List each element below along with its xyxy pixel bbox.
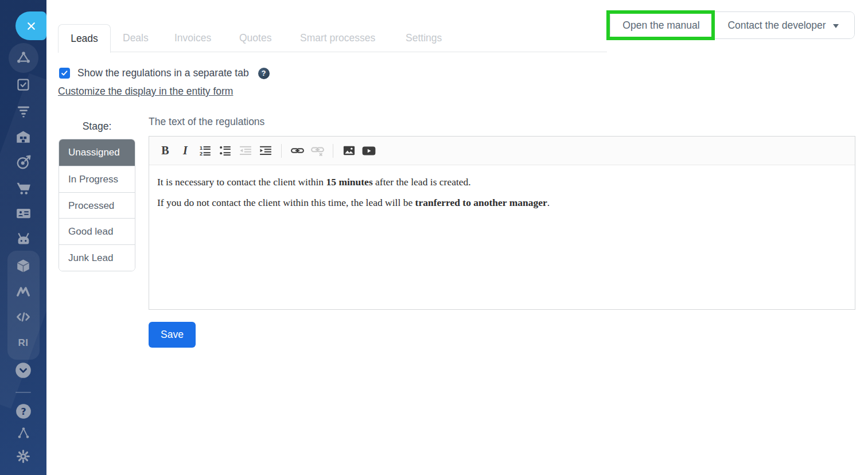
editor-paragraph: If you do not contact the client within … <box>157 195 847 210</box>
code-icon[interactable] <box>0 308 46 325</box>
editor-paragraph: It is necessary to contact the client wi… <box>157 174 847 189</box>
italic-button[interactable]: I <box>177 142 193 159</box>
stage-label: Stage: <box>59 120 135 133</box>
sidebar-divider <box>15 392 31 393</box>
checkbox-label: Show the regulations in a separate tab <box>77 67 249 79</box>
customize-display-link[interactable]: Customize the display in the entity form <box>58 85 233 98</box>
app-sidebar: RI? <box>0 0 46 475</box>
image-icon <box>342 144 356 157</box>
contact-developer-label: Contact the developer <box>727 20 826 32</box>
gear-icon[interactable] <box>0 447 46 465</box>
toolbar-separator <box>333 144 333 158</box>
help-circle-icon[interactable]: ? <box>0 403 46 420</box>
save-button[interactable]: Save <box>149 322 196 348</box>
separate-tab-checkbox[interactable] <box>59 68 70 79</box>
indent-icon <box>259 145 272 157</box>
contact-developer-button[interactable]: Contact the developer <box>712 12 854 38</box>
contact-card-icon[interactable] <box>0 205 46 222</box>
stage-item-junk-lead[interactable]: Junk Lead <box>59 244 135 271</box>
svg-text:?: ? <box>21 406 26 417</box>
outdent-icon <box>239 145 252 157</box>
editor-label: The text of the regulations <box>149 116 264 128</box>
tab-leads[interactable]: Leads <box>58 24 111 53</box>
share-nodes-icon[interactable] <box>0 425 46 442</box>
check-icon <box>60 69 69 77</box>
funnel-icon[interactable] <box>0 102 46 119</box>
editor-toolbar: BI12 <box>149 137 855 165</box>
tab-invoices[interactable]: Invoices <box>174 24 211 52</box>
editor-content[interactable]: It is necessary to contact the client wi… <box>149 165 855 309</box>
indent-button[interactable] <box>258 142 274 159</box>
m-logo-icon[interactable] <box>0 283 46 300</box>
cart-icon[interactable] <box>0 180 46 197</box>
unordered-list-icon <box>219 145 232 157</box>
ri-badge[interactable]: RI <box>0 334 46 352</box>
regulations-editor: BI12 It is necessary to contact the clie… <box>149 136 855 310</box>
ordered-list-button[interactable]: 12 <box>197 142 213 159</box>
unlink-icon <box>310 143 325 158</box>
stage-list: UnassignedIn ProgressProcessedGood leadJ… <box>59 139 135 271</box>
chevron-down-circle-icon[interactable] <box>0 361 46 379</box>
warehouse-icon[interactable] <box>0 128 46 145</box>
close-icon[interactable] <box>15 11 46 40</box>
unordered-list-button[interactable] <box>217 142 233 159</box>
stage-item-processed[interactable]: Processed <box>59 192 135 219</box>
chevron-down-icon <box>833 24 839 31</box>
tab-smart-processes[interactable]: Smart processes <box>300 24 375 52</box>
tab-deals[interactable]: Deals <box>123 24 149 52</box>
stage-item-in-progress[interactable]: In Progress <box>59 166 135 192</box>
image-button[interactable] <box>341 142 357 159</box>
youtube-button[interactable] <box>361 142 377 159</box>
target-icon[interactable] <box>0 154 46 171</box>
svg-text:1: 1 <box>200 145 203 150</box>
robot-icon[interactable] <box>0 231 46 248</box>
unlink-button[interactable] <box>309 142 325 159</box>
toolbar-separator <box>281 144 282 158</box>
hub-icon[interactable] <box>0 49 46 67</box>
separate-tab-setting: Show the regulations in a separate tab ? <box>59 67 270 79</box>
tasks-icon[interactable] <box>0 76 46 93</box>
link-button[interactable] <box>289 142 305 159</box>
cube-icon[interactable] <box>0 257 46 274</box>
help-icon[interactable]: ? <box>258 68 270 79</box>
italic-icon: I <box>183 144 188 157</box>
tab-quotes[interactable]: Quotes <box>239 24 271 52</box>
svg-text:2: 2 <box>200 151 203 157</box>
link-icon <box>290 143 305 158</box>
bold-button[interactable]: B <box>157 142 173 159</box>
ordered-list-icon: 12 <box>199 145 212 157</box>
outdent-button[interactable] <box>238 142 254 159</box>
tab-settings[interactable]: Settings <box>406 24 442 52</box>
bold-icon: B <box>161 144 169 157</box>
youtube-icon <box>361 143 376 158</box>
open-manual-button[interactable]: Open the manual <box>610 12 712 38</box>
stage-item-unassigned[interactable]: Unassigned <box>59 139 135 166</box>
stage-item-good-lead[interactable]: Good lead <box>59 218 135 244</box>
header-actions: Open the manual Contact the developer <box>610 11 855 39</box>
